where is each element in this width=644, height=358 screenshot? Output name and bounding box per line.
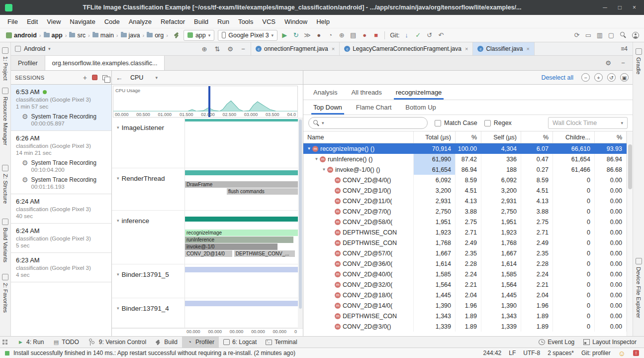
recording-item[interactable]: ⚙System Trace Recording00:00:05.897 — [16, 113, 106, 126]
status-2-spaces[interactable]: 2 spaces* — [548, 350, 574, 357]
tool-button-1-project[interactable]: 1: Project — [2, 47, 8, 81]
add-session-icon[interactable]: + — [83, 74, 87, 82]
expand-collapse-icon[interactable]: ⇅ — [214, 46, 221, 52]
trace-event[interactable]: invoke@-1/0 — [185, 243, 277, 250]
profile-app-icon[interactable]: ● — [361, 32, 368, 38]
thread-track[interactable] — [185, 298, 298, 328]
toolwindow-profiler[interactable]: Profiler — [182, 337, 219, 348]
build-hammer-icon[interactable] — [173, 32, 180, 39]
thread-track[interactable]: DrawFrameflush commands — [185, 168, 298, 210]
settings-icon[interactable]: ⚙ — [605, 60, 612, 66]
minimize-icon[interactable]: − — [620, 60, 627, 66]
project-view-label[interactable]: Android — [24, 45, 45, 52]
table-row[interactable]: mCONV_2D@32/0(1,5642.211,5642.2100.00 — [303, 279, 633, 290]
close-icon[interactable]: × — [633, 4, 636, 11]
tool-button-build-variants[interactable]: Build Variants — [2, 219, 8, 262]
commit-icon[interactable]: ✓ — [415, 32, 422, 38]
profiler-tab-profiler[interactable]: Profiler — [11, 56, 45, 70]
table-row[interactable]: mCONV_2D@11/0(2,9314.132,9314.1300.00 — [303, 196, 633, 206]
toolwindow-4-run[interactable]: 4: Run — [13, 337, 48, 348]
thread-track[interactable] — [185, 118, 298, 168]
run-config-select[interactable]: app ▾ — [184, 30, 214, 41]
menu-analyze[interactable]: Analyze — [124, 16, 156, 27]
search-everywhere-icon[interactable] — [620, 32, 627, 38]
table-row[interactable]: mCONV_2D@3/0()1,3391.891,3391.8900.00 — [303, 321, 633, 332]
editor-tab-onnectionfragment-java[interactable]: connectionFragment.java× — [251, 42, 340, 55]
trace-event[interactable]: CONV_2D@14/0 — [185, 250, 232, 257]
locate-file-icon[interactable]: ⊕ — [201, 46, 208, 52]
tool-button-gradle[interactable]: Gradle — [636, 48, 642, 75]
profiler-tab-org-tensorflow-lite-examples-classific[interactable]: org.tensorflow.lite.examples.classific..… — [45, 56, 165, 70]
trace-event[interactable]: DrawFrame — [185, 181, 298, 188]
breadcrumb-item-java[interactable]: java — [120, 32, 141, 39]
menu-file[interactable]: File — [3, 16, 22, 27]
trace-event[interactable]: runInference — [185, 237, 293, 243]
editor-tab-classifier-java[interactable]: cClassifier.java× — [473, 42, 534, 55]
match-case-checkbox[interactable]: Match Case — [435, 119, 477, 126]
thread-name[interactable]: ▾Binder:13791_4 — [112, 298, 185, 328]
scrollbar-thumb[interactable] — [299, 119, 302, 309]
error-notification-icon[interactable]: ! — [633, 350, 639, 356]
thread-track[interactable] — [185, 264, 298, 298]
tool-window-switcher-icon[interactable] — [0, 337, 13, 348]
cpu-select[interactable]: CPU ▾ — [127, 73, 161, 82]
apply-code-changes-icon[interactable]: ≫ — [304, 32, 311, 38]
column-header-x[interactable]: % — [521, 131, 553, 143]
table-row[interactable]: ▼mrecognizeImage() ()70,914100.004,3046.… — [303, 143, 633, 154]
attach-debugger-icon[interactable]: ⊕ — [338, 32, 345, 38]
status-lf[interactable]: LF — [509, 350, 516, 357]
zoom-out-icon[interactable]: − — [581, 73, 590, 82]
session-item[interactable]: 6:23 AMclassification (Google Pixel 3)4 … — [11, 253, 111, 282]
tool-button-device-file-explorer[interactable]: Device File Explorer — [636, 258, 642, 318]
menu-view[interactable]: View — [42, 16, 65, 27]
table-row[interactable]: mCONV_2D@7/0()2,7503.882,7503.8800.00 — [303, 206, 633, 217]
menu-edit[interactable]: Edit — [22, 16, 42, 27]
device-select[interactable]: Google Pixel 3 ▾ — [218, 30, 277, 41]
expanded-icon[interactable]: ▼ — [321, 167, 327, 172]
table-row[interactable]: mCONV_2D@4/0()6,0928.596,0928.5900.00 — [303, 175, 633, 185]
thread-name[interactable]: ▾ImageListener — [112, 118, 185, 168]
session-item[interactable]: 6:24 AMclassification (Google Pixel 3)5 … — [11, 224, 111, 253]
deselect-all-link[interactable]: Deselect all — [541, 74, 573, 81]
thread-name[interactable]: ▾Binder:13791_5 — [112, 264, 185, 298]
subtab-flame-chart[interactable]: Flame Chart — [350, 100, 398, 115]
toolwindow-build[interactable]: Build — [151, 337, 182, 348]
menu-refactor[interactable]: Refactor — [156, 16, 189, 27]
table-row[interactable]: mCONV_2D@58/0(1,9512.751,9512.7500.00 — [303, 217, 633, 227]
table-row[interactable]: ▼mrunInference() ()61,99087.423360.4761,… — [303, 154, 633, 164]
minimize-icon[interactable]: ─ — [603, 4, 607, 11]
filter-input[interactable] — [326, 119, 423, 126]
reset-zoom-icon[interactable]: ↺ — [607, 73, 616, 82]
thread-name[interactable]: ▾RenderThread — [112, 168, 185, 210]
update-project-icon[interactable]: ↓ — [403, 32, 410, 38]
cpu-scrollbar[interactable] — [298, 118, 303, 328]
analysis-tab-analysis[interactable]: Analysis — [307, 85, 343, 100]
settings-icon[interactable]: ⚙ — [227, 46, 234, 52]
stop-recording-icon[interactable] — [92, 75, 97, 80]
maximize-icon[interactable]: □ — [618, 4, 622, 11]
sdk-manager-icon[interactable]: ▥ — [596, 32, 603, 38]
close-tab-icon[interactable]: × — [332, 46, 335, 52]
menu-code[interactable]: Code — [100, 16, 124, 27]
tool-button-z-structure[interactable]: Z: Structure — [2, 165, 8, 204]
debug-icon[interactable]: ● — [315, 32, 322, 38]
table-row[interactable]: mCONV_2D@1/0()3,2004.513,2004.5100.00 — [303, 185, 633, 196]
close-tab-icon[interactable]: × — [526, 46, 529, 52]
sync-gradle-icon[interactable]: ⟳ — [573, 32, 580, 38]
tool-button-resource-manager[interactable]: Resource Manager — [2, 88, 8, 145]
clock-type-select[interactable]: Wall Clock Time ▾ — [548, 117, 628, 129]
breadcrumb-item-src[interactable]: src — [68, 32, 87, 39]
table-row[interactable]: mCONV_2D@14/0(1,3901.961,3901.9600.00 — [303, 300, 633, 311]
menu-window[interactable]: Window — [280, 16, 312, 27]
column-header-self-s[interactable]: Self (µs) — [481, 131, 521, 143]
thread-name[interactable]: ▾inference — [112, 211, 185, 264]
tool-button-2-favorites[interactable]: 2: Favorites — [2, 274, 8, 313]
zoom-in-icon[interactable]: + — [594, 73, 603, 82]
toolwindow-todo[interactable]: TODO — [48, 337, 83, 348]
column-header-childre[interactable]: Childre... — [553, 131, 595, 143]
table-row[interactable]: ▼minvoke@-1/0() ()61,65486.941880.2761,4… — [303, 164, 633, 175]
table-row[interactable]: mCONV_2D@36/0(1,6142.281,6142.2800.00 — [303, 258, 633, 269]
menu-tools[interactable]: Tools — [234, 16, 258, 27]
zoom-to-selection-icon[interactable]: ▣ — [620, 73, 629, 82]
close-tab-icon[interactable]: × — [465, 46, 468, 52]
